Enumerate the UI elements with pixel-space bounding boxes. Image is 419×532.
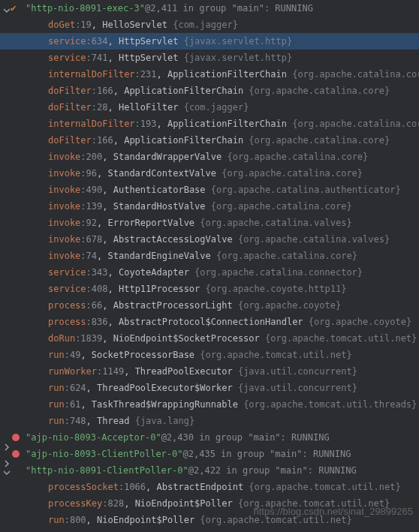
frame-method: run (48, 515, 65, 525)
stack-frame[interactable]: service:741, HttpServlet {javax.servlet.… (0, 50, 419, 66)
frame-line-sep: : (80, 185, 86, 195)
frame-sep: , (86, 383, 97, 393)
frame-line: 836 (92, 317, 108, 327)
stack-frame[interactable]: run:61, TaskThread$WrappingRunnable {org… (0, 396, 419, 413)
frame-line-sep: : (86, 317, 92, 327)
stack-frame[interactable]: runWorker:1149, ThreadPoolExecutor {java… (0, 363, 419, 380)
thread-label[interactable]: "http-nio-8091-ClientPoller-0"@2,422 in … (20, 464, 357, 477)
frame-class: StandardEngineValve (108, 251, 211, 261)
frame-pkg-open: { (206, 201, 216, 212)
frame-pkg-open: { (189, 267, 200, 278)
frame-method: run (48, 399, 65, 410)
stack-frame[interactable]: invoke:96, StandardContextValve {org.apa… (0, 165, 419, 182)
thread-header[interactable]: "http-nio-8091-ClientPoller-0"@2,422 in … (0, 462, 419, 479)
frame-line: 61 (70, 399, 80, 410)
frame-sep: , (113, 86, 124, 96)
frame-package: javax.servlet.http (189, 53, 287, 63)
thread-label[interactable]: "http-nio-8091-exec-3"@2,411 in group "m… (20, 2, 313, 15)
stack-frame[interactable]: processSocket:1066, AbstractEndpoint {or… (0, 479, 419, 495)
frame-package: com.jagger (178, 20, 232, 30)
stack-frame[interactable]: run:748, Thread {java.lang} (0, 413, 419, 429)
stack-frame[interactable]: process:836, AbstractProtocol$Connection… (0, 314, 419, 330)
stack-frame[interactable]: invoke:92, ErrorReportValve {org.apache.… (0, 215, 419, 231)
stack-frame[interactable]: internalDoFilter:231, ApplicationFilterC… (0, 66, 419, 83)
chevron-right-icon[interactable] (3, 434, 11, 441)
thread-label[interactable]: "ajp-nio-8093-ClientPoller-0"@2,435 in g… (20, 447, 351, 461)
frame-class: ThreadPoolExecutor$Worker (97, 383, 233, 393)
stack-frame[interactable]: processKey:828, NioEndpoint$Poller {org.… (0, 495, 419, 512)
frame-line-sep: : (80, 201, 86, 212)
frame-package: org.apache.coyote (314, 317, 406, 327)
thread-label[interactable]: "ajp-nio-8093-Acceptor-0"@2,430 in group… (20, 431, 330, 444)
thread-header[interactable]: ✔"http-nio-8091-exec-3"@2,411 in group "… (0, 0, 419, 17)
frame-pkg-open: { (303, 317, 314, 327)
frame-sep: , (157, 119, 167, 129)
stack-frame[interactable]: internalDoFilter:193, ApplicationFilterC… (0, 116, 419, 132)
frame-line-sep: : (86, 267, 92, 278)
stack-frame[interactable]: invoke:139, StandardHostValve {org.apach… (0, 198, 419, 215)
frame-class: NioEndpoint$Poller (135, 498, 233, 509)
frame-class: SocketProcessorBase (92, 350, 194, 360)
stack-frame[interactable]: doFilter:166, ApplicationFilterChain {or… (0, 132, 419, 149)
frame-pkg-close: } (357, 267, 363, 278)
frame-line: 1066 (124, 482, 146, 492)
frame-line: 828 (107, 498, 124, 509)
frame-pkg-close: } (384, 234, 390, 245)
stack-frame[interactable]: invoke:200, StandardWrapperValve {org.ap… (0, 149, 419, 165)
frame-pkg-open: { (287, 69, 297, 80)
stack-frame[interactable]: doGet:19, HelloServlet {com.jagger} (0, 17, 419, 33)
frame-package: org.apache.tomcat.util.net (243, 498, 384, 509)
chevron-right-icon[interactable] (3, 450, 11, 458)
frame-pkg-close: } (341, 284, 346, 294)
frame-sep: , (80, 350, 91, 360)
stack-frame[interactable]: invoke:490, AuthenticatorBase {org.apach… (0, 182, 419, 198)
frame-line: 741 (92, 53, 108, 63)
stack-frame[interactable]: run:800, NioEndpoint$Poller {org.apache.… (0, 512, 419, 528)
frame-pkg-open: { (260, 333, 270, 344)
frame-pkg-close: } (287, 53, 292, 63)
frame-sep: , (108, 53, 119, 63)
frame-line: 748 (70, 416, 86, 426)
frame-pkg-close: } (406, 317, 411, 327)
thread-state: RUNNING (275, 3, 313, 14)
thread-header[interactable]: "ajp-nio-8093-ClientPoller-0"@2,435 in g… (0, 446, 419, 462)
chevron-down-icon[interactable] (3, 467, 11, 474)
stack-frame[interactable]: run:49, SocketProcessorBase {org.apache.… (0, 347, 419, 363)
frame-pkg-close: } (346, 218, 351, 228)
stack-frame[interactable]: doFilter:166, ApplicationFilterChain {or… (0, 83, 419, 99)
thread-name: "http-nio-8091-ClientPoller-0" (26, 465, 188, 476)
frame-method: invoke (48, 251, 80, 261)
frame-class: AbstractProtocol$ConnectionHandler (119, 317, 303, 327)
frame-sep: , (108, 317, 119, 327)
stack-frame[interactable]: service:634, HttpServlet {javax.servlet.… (0, 33, 419, 50)
frame-pkg-open: { (167, 20, 178, 30)
stack-frame[interactable]: doRun:1839, NioEndpoint$SocketProcessor … (0, 330, 419, 347)
stack-frame[interactable]: doFilter:28, HelloFilter {com.jagger} (0, 99, 419, 116)
frame-method: service (48, 284, 86, 294)
stack-frame[interactable]: run:624, ThreadPoolExecutor$Worker {java… (0, 380, 419, 396)
frame-pkg-open: { (243, 135, 254, 146)
frame-pkg-close: } (395, 482, 400, 492)
frame-line: 634 (92, 36, 108, 47)
thread-at: @2,422 (188, 465, 221, 476)
chevron-down-icon[interactable] (3, 5, 11, 12)
frame-pkg-open: { (211, 251, 222, 261)
frame-method: doRun (48, 333, 75, 344)
stack-frame[interactable]: process:66, AbstractProcessorLight {org.… (0, 297, 419, 314)
frame-pkg-open: { (178, 53, 188, 63)
frame-line-sep: : (65, 383, 70, 393)
frame-pkg-open: { (178, 102, 188, 113)
stack-frame[interactable]: invoke:678, AbstractAccessLogValve {org.… (0, 231, 419, 248)
frame-pkg-open: { (243, 482, 254, 492)
frame-method: doFilter (48, 135, 92, 146)
frame-line-sep: : (80, 234, 86, 245)
frame-line-sep: : (92, 135, 97, 146)
stack-frame[interactable]: service:343, CoyoteAdapter {org.apache.c… (0, 264, 419, 281)
frame-method: processSocket (48, 482, 119, 492)
frame-sep: , (86, 416, 97, 426)
frame-sep: , (108, 267, 119, 278)
frame-line: 1149 (102, 366, 124, 377)
stack-frame[interactable]: invoke:74, StandardEngineValve {org.apac… (0, 248, 419, 264)
thread-header[interactable]: "ajp-nio-8093-Acceptor-0"@2,430 in group… (0, 429, 419, 446)
stack-frame[interactable]: service:408, Http11Processor {org.apache… (0, 281, 419, 297)
